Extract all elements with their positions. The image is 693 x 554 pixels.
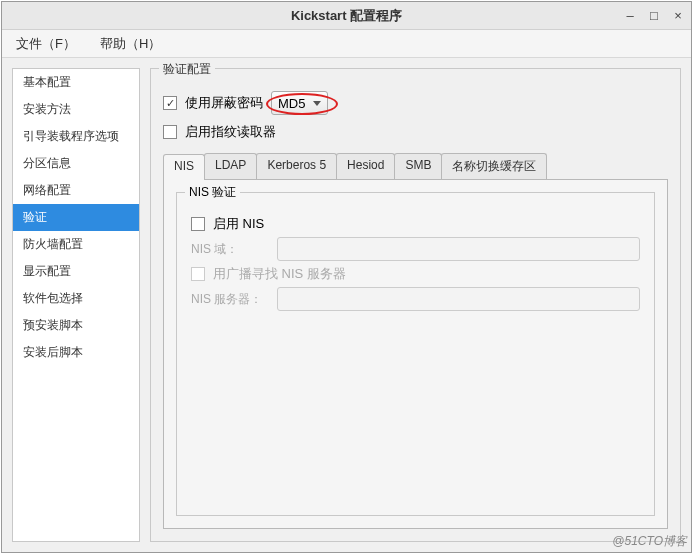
sidebar-item-4[interactable]: 网络配置 (13, 177, 139, 204)
shadow-row: ✓ 使用屏蔽密码 MD5 (163, 91, 668, 115)
fingerprint-checkbox[interactable] (163, 125, 177, 139)
sidebar: 基本配置安装方法引导装载程序选项分区信息网络配置验证防火墙配置显示配置软件包选择… (12, 68, 140, 542)
body: 基本配置安装方法引导装载程序选项分区信息网络配置验证防火墙配置显示配置软件包选择… (2, 58, 691, 552)
nis-domain-label: NIS 域： (191, 241, 269, 258)
sidebar-item-6[interactable]: 防火墙配置 (13, 231, 139, 258)
tab-kerberos-5[interactable]: Kerberos 5 (256, 153, 337, 179)
nis-domain-input (277, 237, 640, 261)
menubar: 文件（F） 帮助（H） (2, 30, 691, 58)
nis-enable-label: 启用 NIS (213, 215, 264, 233)
fingerprint-label: 启用指纹读取器 (185, 123, 276, 141)
sidebar-item-0[interactable]: 基本配置 (13, 69, 139, 96)
sidebar-item-7[interactable]: 显示配置 (13, 258, 139, 285)
sidebar-item-1[interactable]: 安装方法 (13, 96, 139, 123)
auth-tabs: NISLDAPKerberos 5HesiodSMB名称切换缓存区 (163, 153, 668, 180)
sidebar-item-10[interactable]: 安装后脚本 (13, 339, 139, 366)
auth-groupbox: 验证配置 ✓ 使用屏蔽密码 MD5 启用指纹读取器 NISLDAPKerbero… (150, 68, 681, 542)
main-panel: 验证配置 ✓ 使用屏蔽密码 MD5 启用指纹读取器 NISLDAPKerbero… (150, 68, 681, 542)
sidebar-item-3[interactable]: 分区信息 (13, 150, 139, 177)
nis-group-title: NIS 验证 (185, 184, 240, 201)
use-shadow-label: 使用屏蔽密码 (185, 94, 263, 112)
sidebar-item-2[interactable]: 引导装载程序选项 (13, 123, 139, 150)
sidebar-item-5[interactable]: 验证 (13, 204, 139, 231)
menu-file[interactable]: 文件（F） (10, 32, 82, 56)
fingerprint-row: 启用指纹读取器 (163, 123, 668, 141)
menu-help[interactable]: 帮助（H） (94, 32, 167, 56)
window-controls: – □ × (623, 9, 685, 23)
app-window: Kickstart 配置程序 – □ × 文件（F） 帮助（H） 基本配置安装方… (1, 1, 692, 553)
sidebar-item-8[interactable]: 软件包选择 (13, 285, 139, 312)
nis-tab-panel: NIS 验证 启用 NIS NIS 域： 用广播寻找 NIS 服务器 (163, 180, 668, 529)
nis-broadcast-checkbox (191, 267, 205, 281)
nis-broadcast-row: 用广播寻找 NIS 服务器 (191, 265, 640, 283)
tab-nis[interactable]: NIS (163, 154, 205, 180)
maximize-button[interactable]: □ (647, 9, 661, 23)
tab-hesiod[interactable]: Hesiod (336, 153, 395, 179)
tab-smb[interactable]: SMB (394, 153, 442, 179)
use-shadow-checkbox[interactable]: ✓ (163, 96, 177, 110)
nis-enable-row: 启用 NIS (191, 215, 640, 233)
nis-groupbox: NIS 验证 启用 NIS NIS 域： 用广播寻找 NIS 服务器 (176, 192, 655, 516)
nis-domain-row: NIS 域： (191, 237, 640, 261)
nis-server-row: NIS 服务器： (191, 287, 640, 311)
nis-broadcast-label: 用广播寻找 NIS 服务器 (213, 265, 346, 283)
chevron-down-icon (313, 101, 321, 106)
hash-combo-value: MD5 (278, 96, 305, 111)
tab-ldap[interactable]: LDAP (204, 153, 257, 179)
minimize-button[interactable]: – (623, 9, 637, 23)
window-title: Kickstart 配置程序 (291, 7, 402, 25)
auth-groupbox-title: 验证配置 (159, 61, 215, 78)
tab-名称切换缓存区[interactable]: 名称切换缓存区 (441, 153, 547, 179)
titlebar: Kickstart 配置程序 – □ × (2, 2, 691, 30)
sidebar-item-9[interactable]: 预安装脚本 (13, 312, 139, 339)
nis-server-label: NIS 服务器： (191, 291, 269, 308)
watermark: @51CTO博客 (612, 533, 687, 550)
hash-combo[interactable]: MD5 (271, 91, 328, 115)
nis-enable-checkbox[interactable] (191, 217, 205, 231)
nis-server-input (277, 287, 640, 311)
close-button[interactable]: × (671, 9, 685, 23)
